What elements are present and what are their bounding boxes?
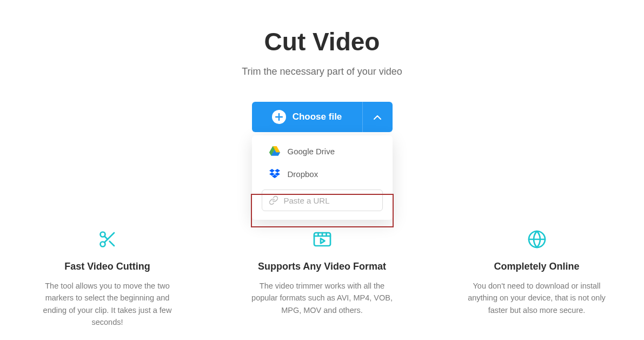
svg-line-3 [109, 241, 114, 246]
page-subtitle: Trim the necessary part of your video [0, 66, 644, 77]
feature-desc: The video trimmer works with all the pop… [247, 280, 397, 316]
feature-title: Completely Online [462, 261, 612, 272]
source-dropbox[interactable]: Dropbox [252, 162, 393, 185]
source-google-drive[interactable]: Google Drive [252, 140, 393, 162]
dropbox-icon [269, 169, 280, 179]
link-icon [269, 195, 278, 205]
feature-desc: The tool allows you to move the two mark… [32, 280, 182, 329]
choose-file-button[interactable]: Choose file [252, 102, 362, 132]
feature-fast-cutting: Fast Video Cutting The tool allows you t… [32, 230, 182, 329]
scissors-icon [32, 230, 182, 249]
google-drive-icon [269, 146, 280, 156]
file-source-dropdown: Google Drive Dropbox [252, 135, 393, 220]
page-title: Cut Video [0, 27, 644, 56]
feature-any-format: Supports Any Video Format The video trim… [247, 230, 397, 329]
plus-icon [272, 110, 286, 124]
feature-title: Supports Any Video Format [247, 261, 397, 272]
svg-line-4 [104, 236, 108, 239]
feature-title: Fast Video Cutting [32, 261, 182, 272]
choose-file-label: Choose file [293, 112, 342, 122]
svg-marker-10 [321, 239, 325, 244]
url-input[interactable] [284, 196, 387, 205]
feature-online: Completely Online You don't need to down… [462, 230, 612, 329]
feature-desc: You don't need to download or install an… [462, 280, 612, 316]
google-drive-label: Google Drive [288, 147, 335, 156]
choose-file-dropdown-toggle[interactable] [362, 102, 393, 132]
dropbox-label: Dropbox [288, 169, 318, 179]
chevron-up-icon [374, 112, 381, 122]
film-icon [247, 230, 397, 249]
globe-icon [462, 230, 612, 249]
